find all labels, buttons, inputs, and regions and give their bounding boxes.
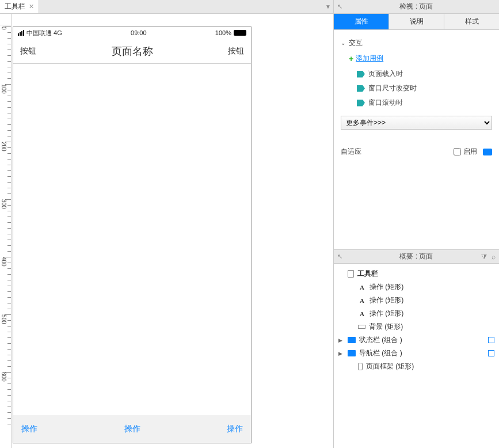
master-indicator-icon — [488, 350, 494, 356]
content-area[interactable] — [13, 64, 251, 415]
folder-icon — [348, 337, 356, 343]
ruler-vertical: 0100200300400500600 — [0, 25, 12, 448]
carrier-text: 中国联通 4G — [26, 29, 62, 37]
device-frame[interactable]: 中国联通 4G 09:00 100% 按钮 页面名称 按钮 操作 操作 操作 — [13, 26, 252, 443]
tree-item-op2[interactable]: A 操作 (矩形) — [338, 294, 494, 307]
tab-notes[interactable]: 说明 — [389, 14, 444, 29]
add-case-link[interactable]: + 添加用例 — [341, 50, 492, 67]
inspector-header: ↖ 检视 : 页面 — [334, 0, 499, 14]
nav-title[interactable]: 页面名称 — [36, 44, 228, 58]
nav-right-button[interactable]: 按钮 — [228, 46, 244, 56]
monitor-icon[interactable] — [483, 149, 492, 155]
toolbar-action-2[interactable]: 操作 — [124, 424, 140, 434]
inspector-title: 检视 : 页面 — [399, 2, 433, 12]
add-case-label: 添加用例 — [356, 54, 383, 63]
battery-icon — [234, 30, 246, 36]
plus-icon: + — [349, 54, 353, 63]
event-icon — [357, 85, 365, 92]
tree-item-bg[interactable]: 背景 (矩形) — [338, 320, 494, 333]
tree-item-status[interactable]: ▶ 状态栏 (组合 ) — [338, 333, 494, 347]
folder-icon — [348, 350, 356, 356]
outline-title: 概要 : 页面 — [399, 252, 433, 261]
signal-icon — [18, 30, 24, 36]
interaction-section-header[interactable]: ⌄ 交互 — [341, 36, 492, 50]
tab-style[interactable]: 样式 — [444, 14, 499, 29]
event-icon — [357, 100, 365, 107]
search-icon[interactable]: ⌕ — [492, 253, 496, 261]
tree-item-op3[interactable]: A 操作 (矩形) — [338, 307, 494, 320]
canvas[interactable]: 中国联通 4G 09:00 100% 按钮 页面名称 按钮 操作 操作 操作 — [12, 25, 333, 448]
page-icon — [348, 270, 354, 278]
event-window-resize[interactable]: 窗口尺寸改变时 — [341, 81, 492, 96]
page-tab-active[interactable]: 工具栏 ✕ — [0, 0, 39, 13]
tab-dropdown[interactable]: ▼ — [323, 3, 333, 10]
expand-icon[interactable]: ▶ — [338, 337, 344, 343]
text-icon: A — [358, 283, 366, 291]
properties-panel: ⌄ 交互 + 添加用例 页面载入时 窗口尺寸改变时 窗口滚动时 更多事件>>> … — [334, 30, 499, 249]
adaptive-checkbox[interactable] — [454, 148, 461, 155]
outline-tree: 工具栏 A 操作 (矩形) A 操作 (矩形) A 操作 (矩形) 背景 (矩形… — [334, 264, 499, 448]
text-icon: A — [358, 310, 366, 318]
bottom-toolbar[interactable]: 操作 操作 操作 — [13, 415, 251, 443]
toolbar-action-1[interactable]: 操作 — [21, 424, 37, 434]
battery-text: 100% — [215, 29, 231, 36]
undock-icon[interactable]: ↖ — [337, 253, 342, 260]
page-tab-bar: 工具栏 ✕ ▼ — [0, 0, 333, 14]
inspector-tabs: 属性 说明 样式 — [334, 14, 499, 30]
more-events-dropdown[interactable]: 更多事件>>> — [341, 116, 492, 130]
event-window-scroll[interactable]: 窗口滚动时 — [341, 96, 492, 110]
filter-icon[interactable]: ⧩ — [481, 253, 487, 261]
frame-icon — [358, 363, 363, 370]
tab-properties[interactable]: 属性 — [334, 14, 389, 29]
nav-bar[interactable]: 按钮 页面名称 按钮 — [13, 39, 251, 64]
chevron-down-icon: ⌄ — [341, 40, 345, 46]
adaptive-label: 自适应 — [341, 147, 361, 157]
undock-icon[interactable]: ↖ — [337, 3, 342, 10]
toolbar-action-3[interactable]: 操作 — [227, 424, 243, 434]
adaptive-enable[interactable]: 启用 — [454, 147, 492, 157]
expand-icon[interactable]: ▶ — [338, 351, 344, 356]
close-icon[interactable]: ✕ — [29, 3, 34, 10]
status-bar[interactable]: 中国联通 4G 09:00 100% — [13, 27, 251, 39]
tab-label: 工具栏 — [5, 2, 25, 12]
event-icon — [357, 71, 365, 78]
status-time: 09:00 — [62, 29, 215, 36]
text-icon: A — [358, 297, 366, 305]
tree-item-op1[interactable]: A 操作 (矩形) — [338, 280, 494, 294]
tree-item-nav[interactable]: ▶ 导航栏 (组合 ) — [338, 347, 494, 360]
tree-root[interactable]: 工具栏 — [338, 267, 494, 280]
ruler-corner — [0, 14, 12, 25]
master-indicator-icon — [488, 337, 494, 343]
event-page-load[interactable]: 页面载入时 — [341, 67, 492, 81]
tree-item-frame[interactable]: 页面框架 (矩形) — [338, 360, 494, 373]
nav-left-button[interactable]: 按钮 — [20, 46, 36, 56]
outline-header: ↖ 概要 : 页面 ⧩ ⌕ — [334, 250, 499, 264]
rect-icon — [358, 325, 365, 329]
interaction-label: 交互 — [349, 38, 363, 48]
